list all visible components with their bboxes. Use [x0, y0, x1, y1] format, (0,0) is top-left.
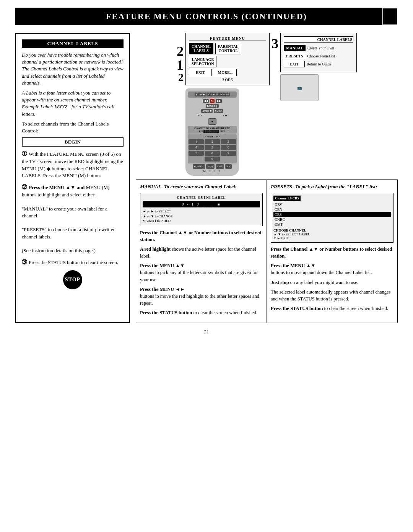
tv-person-icon: 📺: [280, 74, 319, 101]
remote-pip-row: ON/OUT POS SWAP FREEZE PIP ▓▓▓▓▓▓▓▓ SIZE: [188, 126, 237, 134]
remote-status-btn: STATUS LIGHTS: [206, 93, 230, 96]
manual-title: MANUAL- To create your own Channel Label…: [140, 184, 263, 190]
manual-menu-leftright: Press the MENU ◄► buttons to move the re…: [140, 286, 263, 307]
remote-top-buttons: PLAY▶ STATUS LIGHTS: [188, 91, 237, 98]
manual-option: "MANUAL" to create your own label for a …: [22, 206, 107, 219]
remote-tv-btn: TV: [225, 164, 232, 169]
cl-manual-label: Create Your Own: [307, 46, 334, 50]
remote-pause-btn: PAUSE ‖: [206, 104, 219, 108]
cg-select: ◄ or ► to SELECT: [143, 209, 260, 214]
channel-display: Channe 1.0 CBS: [273, 196, 301, 201]
remote-num-0: 0: [205, 157, 220, 162]
manual-menu-updown-detail: buttons to pick any of the letters or sy…: [140, 270, 258, 282]
remote-num-5: 5: [205, 145, 220, 150]
remote-mode-row: POWER VCR CBL TV: [188, 164, 237, 169]
step1-text: With the FEATURE MENU screen (3 of 5) on…: [22, 151, 123, 178]
step2-title: Press the MENU ▲▼ and: [29, 184, 85, 190]
label-info-text: A Label is a four letter callout you can…: [22, 90, 124, 117]
page-title: Feature Menu Controls (Continued): [106, 11, 307, 21]
remote-num-7: 7: [189, 151, 204, 156]
cl-presets-label: Choose From List: [307, 54, 335, 58]
presets-selected-label: The selected label automatically appears…: [271, 289, 393, 302]
presets-column: PRESETS -To pick a Label from the "LABEL…: [267, 180, 397, 323]
cl-presets-btn: PRESETS: [284, 53, 305, 59]
manual-step-channel: Press the Channel ▲▼ or Number buttons t…: [140, 229, 263, 243]
cl-exit-label: Return to Guide: [307, 62, 331, 66]
manual-menu-updown-bold: Press the MENU ▲▼: [140, 263, 185, 268]
cl-presets-row: PRESETS Choose From List: [284, 53, 353, 59]
top-diagrams: 2 1 2 FEATURE MENU CHANNELLABELS PARENTA…: [136, 33, 398, 176]
remote-rew-btn: ◀◀: [203, 99, 209, 103]
manual-press-channel: Press the Channel ▲▼ or Number buttons t…: [140, 230, 261, 242]
cl-manual-row: MANUAL Create Your Own: [284, 45, 353, 51]
fm-language-btn: LANGUAGESELECTION: [189, 56, 216, 67]
remote-ff-btn: ▶▶: [216, 99, 222, 103]
page-header: Feature Menu Controls (Continued): [15, 8, 398, 25]
cl-exit-btn: EXIT: [284, 61, 305, 67]
manual-menu-lr-bold: Press the MENU ◄►: [140, 287, 185, 292]
remote-surf-btn: SURF: [214, 109, 223, 113]
remote-num-6: 6: [221, 145, 236, 150]
manual-menu-lr-detail: buttons to move the red highlight to the…: [140, 294, 259, 306]
intro-text: Do you ever have trouble remembering on …: [22, 52, 124, 86]
manual-press-status: Press the STATUS button to clear the scr…: [140, 309, 263, 316]
presets-option: "PRESETS" to choose from a list of prewr…: [22, 227, 115, 239]
remote-diagram: PLAY▶ STATUS LIGHTS ◀◀ M ▶▶ PAUSE ‖: [185, 88, 239, 176]
cp-instructions: CHOOSE CHANNEL ▲ ▼ to SELECT LABEL M to …: [273, 228, 391, 240]
fm-page-indicator: 3 OF 5: [189, 78, 266, 82]
remote-tuner-row: 2 TUNER PIP 1 2 3 4 5 6 7 8: [188, 134, 237, 163]
step-number-1-big: 1: [177, 58, 184, 72]
presets-menu-updown-bold: Press the MENU ▲▼: [271, 263, 315, 268]
step-number-2b-big: 2: [178, 72, 184, 83]
cp-cnbc: CNBC: [273, 217, 391, 222]
channel-labels-diagram: CHANNEL LABELS MANUAL Create Your Own PR…: [280, 33, 357, 72]
remote-num-2: 2: [205, 139, 220, 144]
fm-more-btn: MORE...: [214, 69, 237, 76]
cg-change: ▲ or ▼ to CHANGE: [143, 214, 260, 219]
step1-number: ➀: [22, 150, 27, 158]
cp-exit: M to EXIT: [273, 236, 391, 240]
remote-num-4: 4: [189, 145, 204, 150]
cl-exit-row: EXIT Return to Guide: [284, 61, 353, 67]
header-box: [382, 8, 398, 25]
cp-cbs: CBS: [273, 212, 391, 217]
fm-title: FEATURE MENU: [189, 36, 266, 41]
remote-circle-btn: ●: [208, 118, 217, 125]
remote-numpad: 1 2 3 4 5 6 7 8 9 0: [189, 139, 236, 162]
step3-number: ➂: [22, 258, 27, 266]
page-number: 21: [15, 329, 398, 335]
cp-title: CHOOSE CHANNEL: [273, 228, 391, 232]
begin-label: BEGIN: [65, 139, 81, 145]
remote-mode-label: M O D E: [188, 170, 237, 173]
bottom-section: MANUAL- To create your own Channel Label…: [136, 180, 398, 323]
remote-ch-label: CH: [223, 114, 227, 117]
stop-button: STOP: [63, 270, 82, 289]
manual-red-highlight: A red highlight shows the active letter …: [140, 246, 263, 259]
fm-exit-btn: EXIT: [189, 69, 212, 76]
cg-finished: M when FINISHED: [143, 219, 260, 224]
cg-title: CHANNEL GUIDE LABEL: [143, 196, 260, 199]
cl-title: CHANNEL LABELS: [284, 36, 353, 43]
cp-cbn: CBN: [273, 207, 391, 212]
to-select-text: To select channels from the Channel Labe…: [22, 121, 124, 134]
manual-red-bold: A red highlight: [140, 246, 171, 252]
step2-number: ➁: [22, 183, 27, 191]
presets-step-channel: Press the Channel ▲▼ or Number buttons t…: [271, 246, 393, 259]
remote-play-btn: PLAY▶: [195, 93, 206, 96]
step-number-3-big: 3: [272, 36, 278, 51]
feature-menu-diagram: FEATURE MENU CHANNELLABELS PARENTALCONTR…: [185, 33, 270, 85]
remote-vcr-btn: VCR: [206, 164, 215, 169]
remote-power-btn: POWER: [193, 164, 205, 169]
presets-status-detail: to clear the screen when finished.: [324, 306, 388, 311]
channel-presets-diagram: Channe 1.0 CBS DRV CBN CBS CNBC CMT CHOO…: [271, 193, 393, 243]
remote-num-3: 3: [221, 139, 236, 144]
cg-display: 0 - 1 0 _ _ _ ■: [143, 201, 260, 207]
right-section: 2 1 2 FEATURE MENU CHANNELLABELS PARENTA…: [136, 33, 398, 323]
remote-cable-btn: CBL: [216, 164, 224, 169]
step3-text: Press the STATUS button to clear the scr…: [29, 259, 118, 265]
cg-instructions: ◄ or ► to SELECT ▲ or ▼ to CHANGE M when…: [143, 209, 260, 224]
fm-channel-btn: CHANNELLABELS: [189, 43, 213, 54]
presets-just-stop: Just stop on any label you might want to…: [271, 279, 393, 286]
presets-menu-updown-detail: buttons to move up and down the Channel …: [271, 270, 372, 275]
cp-list: DRV CBN CBS CNBC CMT: [273, 202, 391, 227]
